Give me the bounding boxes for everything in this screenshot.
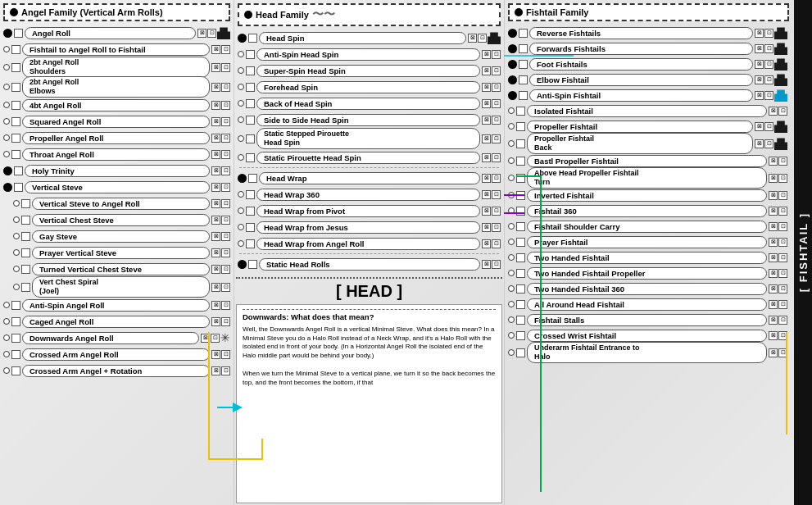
move-checkbox[interactable] — [246, 190, 255, 199]
move-checkbox[interactable] — [11, 45, 20, 54]
move-checkbox[interactable] — [246, 116, 255, 125]
move-checkbox[interactable] — [248, 174, 257, 183]
move-checkbox[interactable] — [21, 248, 30, 257]
move-checkbox[interactable] — [248, 260, 257, 269]
move-checkbox[interactable] — [246, 134, 255, 143]
move-dot — [238, 34, 247, 43]
move-icons: ⊠ ⊡ — [211, 366, 230, 375]
move-checkbox[interactable] — [516, 191, 525, 200]
move-checkbox[interactable] — [516, 316, 525, 325]
icon-s2: ⊡ — [764, 91, 773, 100]
icon-s1: ⊠ — [211, 101, 220, 110]
move-checkbox[interactable] — [246, 239, 255, 248]
move-icons: ⊠ ⊡ — [769, 191, 787, 200]
icon-s1: ⊠ — [201, 334, 210, 343]
move-icons: ⊠ ⊡ — [482, 174, 501, 183]
divider — [239, 167, 499, 168]
move-name: Throat Angel Roll — [22, 148, 210, 161]
move-checkbox[interactable] — [14, 29, 23, 38]
move-checkbox[interactable] — [519, 91, 528, 100]
move-checkbox[interactable] — [246, 66, 255, 75]
move-checkbox[interactable] — [516, 238, 525, 247]
move-checkbox[interactable] — [519, 60, 528, 69]
move-checkbox[interactable] — [21, 232, 30, 241]
move-checkbox[interactable] — [516, 207, 525, 216]
move-checkbox[interactable] — [11, 317, 20, 326]
move-checkbox[interactable] — [516, 139, 525, 148]
move-checkbox[interactable] — [14, 183, 23, 192]
move-name: Two Handed Fishtail 360 — [527, 283, 767, 295]
move-icons: ⊠ ⊡ — [211, 117, 230, 126]
move-checkbox[interactable] — [11, 350, 20, 359]
move-checkbox[interactable] — [516, 222, 525, 231]
move-checkbox[interactable] — [21, 283, 30, 292]
move-checkbox[interactable] — [516, 284, 525, 293]
list-item: Prayer Fishtail ⊠ ⊡ — [508, 234, 787, 249]
move-dot — [238, 84, 244, 90]
move-checkbox[interactable] — [11, 134, 20, 143]
move-checkbox[interactable] — [516, 348, 525, 357]
list-item: Above Head Propeller FishtailTurn ⊠ ⊡ — [508, 169, 787, 187]
move-checkbox[interactable] — [516, 253, 525, 262]
move-name: Vertical Chest Steve — [32, 214, 210, 226]
move-checkbox[interactable] — [21, 199, 30, 208]
move-checkbox[interactable] — [516, 269, 525, 278]
move-checkbox[interactable] — [246, 83, 255, 92]
move-checkbox[interactable] — [516, 122, 525, 131]
icon-s2: ⊡ — [778, 269, 787, 278]
move-checkbox[interactable] — [11, 301, 20, 310]
move-checkbox[interactable] — [11, 150, 20, 159]
move-checkbox[interactable] — [246, 99, 255, 108]
icon-s1: ⊠ — [482, 207, 491, 216]
list-item: Static Stepped PirouetteHead Spin ⊠ ⊡ — [238, 129, 501, 148]
list-item: Fishtail 360 ⊠ ⊡ — [508, 203, 787, 218]
move-checkbox[interactable] — [21, 216, 30, 225]
move-dot — [238, 116, 244, 123]
move-checkbox[interactable] — [516, 107, 525, 116]
move-checkbox[interactable] — [519, 44, 528, 53]
move-icons: ⊠ ⊡ — [769, 107, 787, 116]
move-checkbox[interactable] — [516, 331, 525, 340]
list-item: Turned Vertical Chest Steve ⊠ ⊡ — [13, 262, 230, 276]
move-dot — [508, 75, 517, 84]
move-checkbox[interactable] — [516, 174, 525, 183]
move-icons: ⊠ ⊡ — [769, 300, 787, 309]
move-checkbox[interactable] — [11, 83, 20, 92]
move-checkbox[interactable] — [11, 63, 20, 72]
list-item: 4bt Angel Roll ⊠ ⊡ — [3, 98, 230, 112]
fishtail-moves-list: Reverse Fishtails ⊠ ⊡ Forwards Fishtails… — [506, 25, 789, 503]
move-checkbox[interactable] — [246, 207, 255, 216]
move-name: Head Wrap from Jesus — [256, 221, 480, 234]
move-checkbox[interactable] — [14, 166, 23, 175]
icon-s1: ⊠ — [482, 260, 491, 269]
icon-s2: ⊡ — [221, 301, 230, 310]
icon-s1: ⊠ — [755, 91, 764, 100]
move-checkbox[interactable] — [246, 223, 255, 232]
icon-s2: ⊡ — [778, 300, 787, 309]
list-item: All Around Head Fishtail ⊠ ⊡ — [508, 297, 787, 312]
move-dot — [3, 134, 10, 141]
move-checkbox[interactable] — [246, 153, 255, 162]
move-checkbox[interactable] — [11, 101, 20, 110]
move-checkbox[interactable] — [11, 117, 20, 126]
icon-s1: ⊠ — [769, 348, 778, 357]
move-checkbox[interactable] — [519, 75, 528, 84]
move-checkbox[interactable] — [516, 300, 525, 309]
move-dot — [238, 154, 244, 161]
move-checkbox[interactable] — [516, 157, 525, 166]
move-icons: ⊠ ⊡ — [482, 260, 501, 269]
move-name: Vert Chest Spiral(Joel) — [32, 276, 210, 298]
fist-icon — [774, 137, 787, 150]
move-name: Anti-Spin Fishtail — [529, 89, 753, 102]
move-checkbox[interactable] — [519, 29, 528, 38]
move-checkbox[interactable] — [21, 265, 30, 274]
move-checkbox[interactable] — [11, 334, 20, 343]
icon-s1: ⊠ — [211, 350, 220, 359]
angel-header-label: Angel Family (Vertical Arm Rolls) — [21, 7, 163, 17]
head-header: Head Family 〜〜 — [238, 3, 501, 26]
move-checkbox[interactable] — [11, 366, 20, 375]
move-icons: ⊠ ⊡ ✳ — [201, 331, 230, 344]
move-checkbox[interactable] — [246, 50, 255, 59]
move-name: Crossed Arm Angel Roll — [22, 348, 210, 361]
move-checkbox[interactable] — [248, 34, 257, 43]
